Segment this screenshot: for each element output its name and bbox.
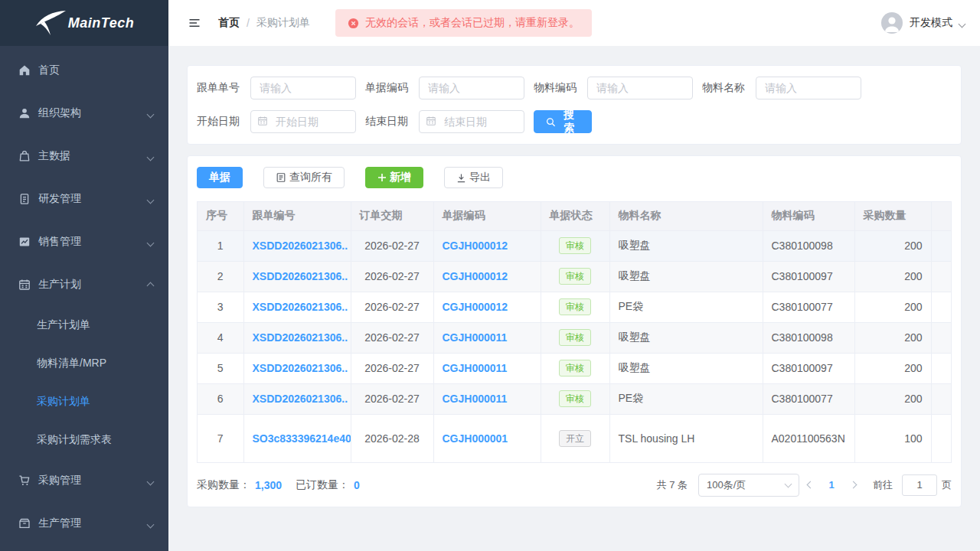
doc-no-link[interactable]: CGJH000001	[443, 432, 508, 445]
doc-no-link[interactable]: CGJH000012	[443, 301, 508, 313]
table-row[interactable]: 6 XSDD2026021306.. 2026-02-27 CGJH000011…	[198, 383, 952, 414]
add-button[interactable]: 新增	[365, 167, 423, 188]
total-count: 共 7 条	[657, 478, 688, 492]
cell-extra	[931, 292, 952, 322]
cell-seq: 1	[198, 230, 243, 261]
box-icon	[18, 517, 31, 530]
sidebar-item-sales-management[interactable]: 销售管理	[0, 220, 168, 263]
table-row[interactable]: 1 XSDD2026021306.. 2026-02-27 CGJH000012…	[198, 230, 952, 261]
export-button[interactable]: 导出	[444, 167, 503, 188]
order-no-link[interactable]: XSDD2026021306..	[253, 301, 348, 313]
sidebar-item-production-management[interactable]: 生产管理	[0, 502, 168, 545]
calendar-icon	[18, 279, 31, 291]
prev-page-button[interactable]	[799, 482, 821, 487]
table-row[interactable]: 5 XSDD2026021306.. 2026-02-27 CGJH000011…	[198, 353, 952, 383]
cell-seq: 7	[198, 414, 243, 462]
sidebar-subitem-production-plan-doc[interactable]: 生产计划单	[0, 306, 168, 344]
col-qty: 采购数量	[854, 202, 931, 230]
sidebar-subitem-label: 生产计划单	[37, 318, 90, 332]
order-no-link[interactable]: XSDD2026021306..	[253, 331, 348, 344]
cell-material-name: 吸塑盘	[609, 261, 763, 292]
start-date-input[interactable]	[250, 110, 356, 133]
table-row[interactable]: 2 XSDD2026021306.. 2026-02-27 CGJH000012…	[198, 261, 952, 292]
field-label: 物料名称	[702, 81, 745, 95]
form-icon	[276, 172, 286, 183]
cell-qty: 200	[854, 292, 931, 322]
order-no-link[interactable]: XSDD2026021306..	[253, 362, 348, 374]
chevron-down-icon	[959, 17, 965, 29]
cell-extra	[931, 353, 952, 383]
sidebar: MainTech 首页 组织架构 主数据	[0, 0, 168, 551]
cart-icon	[18, 474, 31, 487]
chevron-up-icon	[148, 279, 153, 291]
chevron-down-icon	[148, 107, 153, 119]
bag-icon	[18, 150, 31, 162]
sidebar-item-organization[interactable]: 组织架构	[0, 92, 168, 135]
doc-no-link[interactable]: CGJH000011	[443, 362, 508, 374]
ordered-qty-value: 0	[354, 479, 360, 491]
current-page[interactable]: 1	[821, 479, 842, 491]
end-date-input[interactable]	[419, 110, 524, 133]
cell-qty: 200	[854, 383, 931, 414]
sidebar-subitem-purchase-plan-doc[interactable]: 采购计划单	[0, 383, 168, 421]
export-button-label: 导出	[469, 171, 491, 184]
chevron-down-icon	[148, 150, 153, 162]
doc-no-link[interactable]: CGJH000011	[443, 331, 508, 344]
user-menu[interactable]: 开发模式	[881, 12, 965, 34]
status-badge: 开立	[559, 430, 591, 447]
cell-seq: 6	[198, 383, 243, 414]
doc-no-link[interactable]: CGJH000012	[443, 240, 508, 252]
sidebar-item-label: 销售管理	[38, 235, 148, 249]
topbar: 首页 / 采购计划单 无效的会话，或者会话已过期，请重新登录。 开发模式	[168, 0, 980, 46]
sidebar-subitem-bom-mrp[interactable]: 物料清单/MRP	[0, 344, 168, 383]
col-doc-no: 单据编码	[433, 202, 541, 230]
search-panel: 跟单单号 单据编码 物料编码 物料名称	[187, 65, 962, 145]
material-code-input[interactable]	[587, 77, 693, 99]
order-no-link[interactable]: XSDD2026021306..	[253, 270, 348, 282]
page-size-value: 100条/页	[707, 478, 746, 492]
sidebar-item-production-plan[interactable]: 生产计划	[0, 263, 168, 306]
order-no-input[interactable]	[250, 77, 356, 99]
sidebar-item-label: 首页	[38, 64, 153, 77]
breadcrumb-current: 采购计划单	[256, 16, 310, 30]
sidebar-item-home[interactable]: 首页	[0, 49, 168, 92]
breadcrumb-home[interactable]: 首页	[218, 16, 240, 30]
table-row[interactable]: 4 XSDD2026021306.. 2026-02-27 CGJH000011…	[198, 322, 952, 353]
status-badge: 审核	[559, 390, 591, 407]
order-no-link[interactable]: XSDD2026021306..	[253, 393, 348, 405]
cell-seq: 3	[198, 292, 243, 322]
brand-name: MainTech	[68, 15, 134, 31]
cell-material-name: 吸塑盘	[609, 353, 763, 383]
doc-button[interactable]: 单据	[197, 167, 243, 188]
table-row[interactable]: 7 SO3c833396214e40 2026-02-28 CGJH000001…	[198, 414, 952, 462]
user-mode-label: 开发模式	[910, 16, 952, 30]
chevron-down-icon	[785, 480, 792, 487]
ordered-qty-label: 已订数量：	[296, 478, 349, 492]
sidebar-item-purchase-management[interactable]: 采购管理	[0, 459, 168, 502]
cell-extra	[931, 230, 952, 261]
data-table: 序号 跟单编号 订单交期 单据编码 单据状态 物料名称 物料编码 采购数量	[197, 201, 952, 463]
order-no-link[interactable]: SO3c833396214e40	[253, 432, 351, 445]
sidebar-item-master-data[interactable]: 主数据	[0, 135, 168, 178]
page-size-select[interactable]: 100条/页	[698, 474, 799, 497]
cell-seq: 5	[198, 353, 243, 383]
doc-code-input[interactable]	[419, 77, 524, 99]
status-badge: 审核	[559, 329, 591, 346]
search-button[interactable]: 搜索	[534, 110, 592, 133]
doc-no-link[interactable]: CGJH000012	[443, 270, 508, 282]
cell-extra	[931, 322, 952, 353]
doc-no-link[interactable]: CGJH000011	[443, 393, 508, 405]
next-page-button[interactable]	[842, 482, 864, 487]
order-no-link[interactable]: XSDD2026021306..	[253, 240, 348, 252]
cell-material-code: C380100077	[763, 383, 854, 414]
goto-page-input[interactable]	[902, 474, 937, 496]
sidebar-subitem-purchase-plan-demand[interactable]: 采购计划需求表	[0, 421, 168, 459]
chevron-down-icon	[148, 474, 153, 487]
collapse-menu-icon[interactable]	[188, 16, 201, 30]
table-row[interactable]: 3 XSDD2026021306.. 2026-02-27 CGJH000012…	[198, 292, 952, 322]
sidebar-subitem-label: 采购计划需求表	[37, 433, 112, 447]
query-all-button[interactable]: 查询所有	[263, 167, 345, 188]
status-badge: 审核	[559, 237, 591, 254]
material-name-input[interactable]	[756, 77, 861, 99]
sidebar-item-rd-management[interactable]: 研发管理	[0, 178, 168, 220]
